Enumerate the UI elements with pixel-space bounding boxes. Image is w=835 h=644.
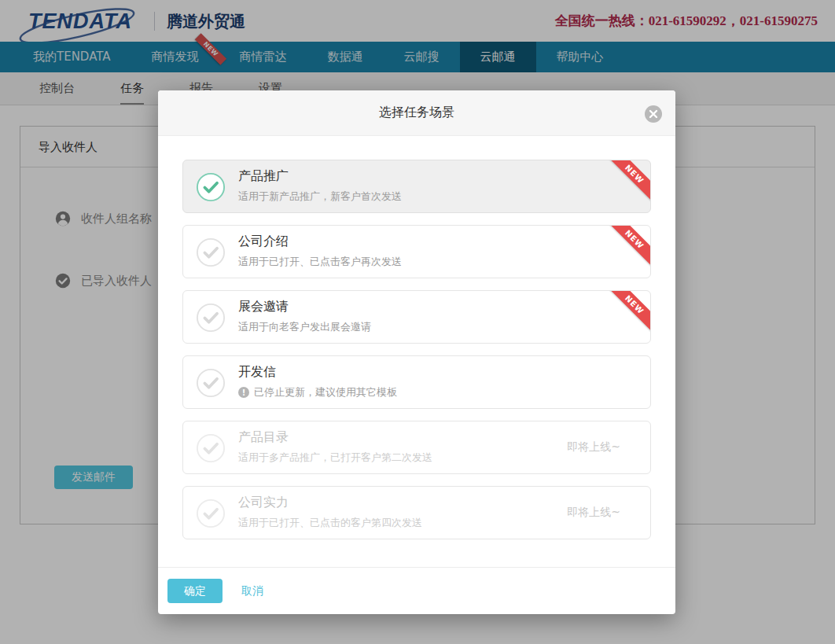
modal-header: 选择任务场景 (158, 90, 675, 136)
coming-soon-label: 即将上线~ (567, 506, 620, 520)
cancel-button[interactable]: 取消 (241, 579, 263, 603)
coming-soon-label: 即将上线~ (567, 440, 620, 454)
task-option-desc-text: 适用于向老客户发出展会邀请 (238, 320, 371, 334)
task-option-desc: 适用于新产品推广，新客户首次发送 (238, 190, 402, 204)
modal-title: 选择任务场景 (379, 105, 454, 121)
new-ribbon: NEW (606, 160, 651, 203)
new-ribbon: NEW (606, 225, 651, 268)
task-option-card-5: 公司实力 适用于已打开、已点击的客户第四次发送 即将上线~ (182, 486, 651, 539)
task-scene-modal: 选择任务场景 产品推广 适用于新产品推广，新客户首次发送 NEW 公司介绍 适用… (158, 90, 675, 614)
task-option-title: 公司实力 (238, 495, 289, 511)
task-option-card-1[interactable]: 公司介绍 适用于已打开、已点击客户再次发送 NEW (182, 225, 651, 278)
check-circle-icon (196, 499, 226, 528)
check-circle-icon (196, 237, 226, 267)
task-option-desc-text: 适用于新产品推广，新客户首次发送 (238, 190, 402, 204)
task-option-card-2[interactable]: 展会邀请 适用于向老客户发出展会邀请 NEW (182, 290, 651, 344)
task-option-desc: ! 已停止更新，建议使用其它模板 (238, 385, 397, 399)
task-option-desc: 适用于多产品推广，已打开客户第二次发送 (238, 451, 432, 465)
confirm-button[interactable]: 确定 (167, 579, 223, 603)
task-option-title: 产品推广 (238, 168, 289, 185)
check-circle-icon (196, 172, 226, 202)
check-circle-icon (196, 303, 226, 333)
task-option-card-4: 产品目录 适用于多产品推广，已打开客户第二次发送 即将上线~ (182, 421, 651, 474)
task-option-desc: 适用于已打开、已点击的客户第四次发送 (238, 516, 422, 530)
task-option-desc-text: 适用于多产品推广，已打开客户第二次发送 (238, 451, 432, 465)
task-option-title: 展会邀请 (238, 299, 289, 315)
task-option-desc-text: 适用于已打开、已点击客户再次发送 (238, 255, 402, 269)
new-ribbon: NEW (606, 290, 651, 333)
task-option-desc-text: 适用于已打开、已点击的客户第四次发送 (238, 516, 422, 530)
check-circle-icon (196, 433, 226, 463)
info-icon: ! (238, 387, 249, 398)
task-option-desc: 适用于已打开、已点击客户再次发送 (238, 255, 402, 269)
task-option-list: 产品推广 适用于新产品推广，新客户首次发送 NEW 公司介绍 适用于已打开、已点… (158, 136, 675, 539)
task-option-card-0[interactable]: 产品推广 适用于新产品推广，新客户首次发送 NEW (182, 160, 651, 213)
task-option-desc: 适用于向老客户发出展会邀请 (238, 320, 371, 334)
modal-footer: 确定 取消 (158, 567, 675, 614)
task-option-title: 产品目录 (238, 429, 289, 446)
task-option-title: 开发信 (238, 364, 276, 381)
task-option-card-3[interactable]: 开发信 ! 已停止更新，建议使用其它模板 (182, 355, 651, 409)
close-icon[interactable] (645, 105, 662, 123)
task-option-title: 公司介绍 (238, 234, 289, 250)
task-option-desc-text: 已停止更新，建议使用其它模板 (254, 385, 397, 399)
check-circle-icon (196, 368, 226, 398)
